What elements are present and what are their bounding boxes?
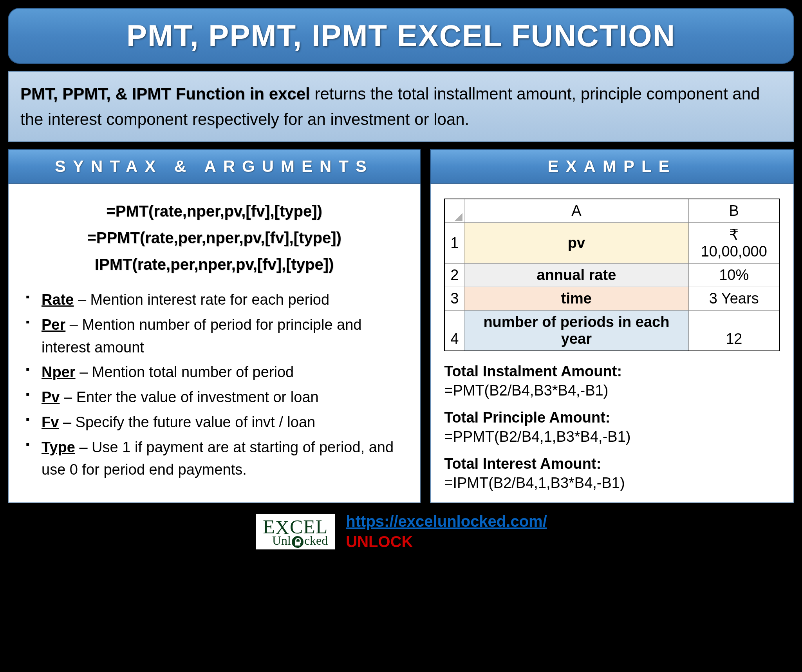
example-formula: =PPMT(B2/B4,1,B3*B4,-B1) (444, 428, 780, 445)
cell-b1: ₹ 10,00,000 (688, 223, 780, 264)
syntax-line-ipmt: IPMT(rate,per,nper,pv,[fv],[type]) (22, 252, 406, 277)
example-label: Total Instalment Amount: (444, 363, 780, 380)
cell-a3: time (464, 287, 688, 311)
logo-bottom: Unlcked (263, 534, 328, 548)
cell-b2: 10% (688, 264, 780, 287)
corner-cell (444, 199, 464, 223)
cell-a1: pv (464, 223, 688, 264)
row-num: 4 (444, 311, 464, 351)
syntax-line-ppmt: =PPMT(rate,per,nper,pv,[fv],[type]) (22, 225, 406, 250)
description-bar: PMT, PPMT, & IPMT Function in excel retu… (8, 71, 794, 142)
arg-rate: Rate – Mention interest rate for each pe… (22, 289, 406, 311)
cell-b4: 12 (688, 311, 780, 351)
syntax-line-pmt: =PMT(rate,nper,pv,[fv],[type]) (22, 199, 406, 224)
table-row: 3 time 3 Years (444, 287, 780, 311)
example-formula: =PMT(B2/B4,B3*B4,-B1) (444, 382, 780, 399)
infographic-container: PMT, PPMT, IPMT EXCEL FUNCTION PMT, PPMT… (8, 8, 794, 664)
example-body: A B 1 pv ₹ 10,00,000 2 annual rate 10% (430, 184, 794, 503)
example-header: EXAMPLE (430, 149, 794, 184)
example-column: EXAMPLE A B 1 pv ₹ 10,00,000 2 (430, 149, 794, 503)
arg-fv: Fv – Specify the future value of invt / … (22, 411, 406, 434)
arg-type: Type – Use 1 if payment are at starting … (22, 436, 406, 482)
example-label: Total Interest Amount: (444, 455, 780, 472)
example-interest: Total Interest Amount: =IPMT(B2/B4,1,B3*… (444, 455, 780, 491)
footer: EXCEL Unlcked https://excelunlocked.com/… (8, 511, 794, 552)
arg-per: Per – Mention number of period for princ… (22, 314, 406, 359)
footer-text: https://excelunlocked.com/ UNLOCK (346, 511, 547, 552)
syntax-body: =PMT(rate,nper,pv,[fv],[type]) =PPMT(rat… (8, 184, 421, 503)
col-letter-a: A (464, 199, 688, 223)
table-header-row: A B (444, 199, 780, 223)
table-row: 2 annual rate 10% (444, 264, 780, 287)
columns-row: SYNTAX & ARGUMENTS =PMT(rate,nper,pv,[fv… (8, 149, 794, 503)
row-num: 1 (444, 223, 464, 264)
footer-unlock: UNLOCK (346, 533, 413, 550)
title-bar: PMT, PPMT, IPMT EXCEL FUNCTION (8, 8, 794, 64)
logo: EXCEL Unlcked (255, 513, 336, 550)
arg-nper: Nper – Mention total number of period (22, 361, 406, 384)
syntax-lines: =PMT(rate,nper,pv,[fv],[type]) =PPMT(rat… (22, 199, 406, 277)
arg-pv: Pv – Enter the value of investment or lo… (22, 386, 406, 409)
table-row: 1 pv ₹ 10,00,000 (444, 223, 780, 264)
description-bold: PMT, PPMT, & IPMT Function in excel (20, 85, 310, 103)
cell-a4: number of periods in each year (464, 311, 688, 351)
syntax-header: SYNTAX & ARGUMENTS (8, 149, 421, 184)
syntax-column: SYNTAX & ARGUMENTS =PMT(rate,nper,pv,[fv… (8, 149, 421, 503)
example-label: Total Principle Amount: (444, 409, 780, 426)
table-row: 4 number of periods in each year 12 (444, 311, 780, 351)
row-num: 2 (444, 264, 464, 287)
page-title: PMT, PPMT, IPMT EXCEL FUNCTION (126, 18, 676, 53)
lock-icon (292, 536, 303, 548)
col-letter-b: B (688, 199, 780, 223)
example-principle: Total Principle Amount: =PPMT(B2/B4,1,B3… (444, 409, 780, 445)
example-instalment: Total Instalment Amount: =PMT(B2/B4,B3*B… (444, 363, 780, 399)
example-formula: =IPMT(B2/B4,1,B3*B4,-B1) (444, 475, 780, 491)
arguments-list: Rate – Mention interest rate for each pe… (22, 289, 406, 481)
excel-table: A B 1 pv ₹ 10,00,000 2 annual rate 10% (444, 199, 780, 351)
cell-b3: 3 Years (688, 287, 780, 311)
cell-a2: annual rate (464, 264, 688, 287)
row-num: 3 (444, 287, 464, 311)
footer-link[interactable]: https://excelunlocked.com/ (346, 513, 547, 530)
